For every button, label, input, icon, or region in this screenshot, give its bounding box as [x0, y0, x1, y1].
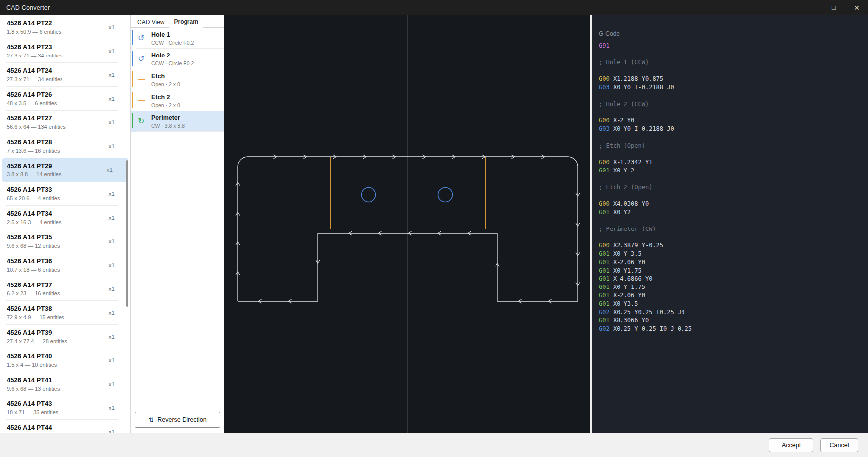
part-list-item[interactable]: 4526 A14 PT37 6.2 x 23 — 16 entities x1 — [0, 277, 130, 301]
part-qty: x1 — [109, 334, 115, 340]
part-qty: x1 — [109, 262, 115, 268]
part-list-item[interactable]: 4526 A14 PT28 7 x 13.6 — 16 entities x1 — [0, 134, 130, 158]
part-qty: x1 — [109, 96, 115, 102]
operation-meta: Open · 2 x 0 — [151, 81, 222, 88]
part-list-item[interactable]: 4526 A14 PT22 1.8 x 50.9 — 6 entities x1 — [0, 15, 130, 39]
part-list-item[interactable]: 4526 A14 PT43 18 x 71 — 35 entities x1 — [0, 396, 130, 420]
operation-direction-icon: ↺ — [138, 55, 144, 63]
part-name: 4526 A14 PT26 — [7, 90, 124, 99]
part-qty: x1 — [109, 143, 115, 149]
part-qty: x1 — [109, 119, 115, 125]
parts-sidebar: 4526 A14 PT22 1.8 x 50.9 — 6 entities x1… — [0, 15, 131, 433]
part-list-item[interactable]: 4526 A14 PT29 3.8 x 8.8 — 14 entities x1 — [2, 158, 128, 182]
reverse-direction-button[interactable]: ⇅ Reverse Direction — [135, 412, 220, 428]
part-list-item[interactable]: 4526 A14 PT24 27.3 x 71 — 34 entities x1 — [0, 63, 130, 87]
operation-item[interactable]: Etch Open · 2 x 0 — [131, 69, 224, 90]
maximize-button[interactable]: □ — [822, 0, 845, 15]
part-name: 4526 A14 PT43 — [7, 400, 124, 408]
operation-direction-icon: ↻ — [138, 117, 144, 125]
part-list-item[interactable]: 4526 A14 PT34 2.5 x 16.3 — 4 entities x1 — [0, 206, 130, 229]
title-bar: CAD Converter – □ ✕ — [0, 0, 868, 15]
part-meta: 65 x 20.6 — 4 entities — [7, 195, 124, 202]
part-name: 4526 A14 PT29 — [7, 162, 123, 170]
main-content: 4526 A14 PT22 1.8 x 50.9 — 6 entities x1… — [0, 15, 868, 433]
part-list-item[interactable]: 4526 A14 PT27 56.6 x 64 — 134 entities x… — [0, 111, 130, 134]
part-name: 4526 A14 PT39 — [7, 328, 124, 337]
parts-list: 4526 A14 PT22 1.8 x 50.9 — 6 entities x1… — [0, 15, 130, 433]
part-qty: x1 — [109, 429, 115, 433]
tab-program[interactable]: Program — [169, 16, 203, 28]
part-qty: x1 — [109, 48, 115, 54]
accept-button[interactable]: Accept — [769, 438, 813, 452]
operation-direction-icon — [138, 79, 145, 80]
part-list-item[interactable]: 4526 A14 PT35 9.6 x 68 — 12 entities x1 — [0, 229, 130, 253]
part-meta: 9.6 x 68 — 12 entities — [7, 242, 124, 250]
operation-meta: CW · 3.8 x 8.8 — [151, 122, 222, 129]
operation-color-bar — [132, 71, 133, 87]
view-tabs: CAD View Program — [131, 15, 224, 28]
part-qty: x1 — [109, 405, 115, 411]
part-list-item[interactable]: 4526 A14 PT39 27.4 x 77.4 — 28 entities … — [0, 325, 130, 348]
part-meta: 72.9 x 4.9 — 15 entities — [7, 314, 124, 321]
part-list-item[interactable]: 4526 A14 PT41 9.6 x 68 — 13 entities x1 — [0, 372, 130, 396]
operation-meta: CCW · Circle R0.2 — [151, 39, 222, 46]
part-list-item[interactable]: 4526 A14 PT44 x1 — [0, 420, 130, 433]
operation-color-bar — [132, 51, 133, 66]
hole-circle-2 — [438, 188, 453, 202]
operation-item[interactable]: ↻ Perimeter CW · 3.8 x 8.8 — [131, 111, 224, 132]
sidebar-scrollbar[interactable] — [126, 160, 128, 307]
tab-cad-view[interactable]: CAD View — [133, 17, 169, 28]
part-list-item[interactable]: 4526 A14 PT23 27.3 x 71 — 34 entities x1 — [0, 39, 130, 63]
part-meta: 1.8 x 50.9 — 6 entities — [7, 28, 124, 36]
reverse-arrows-icon: ⇅ — [148, 416, 154, 424]
hole-circle-1 — [362, 188, 376, 202]
cad-canvas[interactable] — [224, 15, 590, 433]
part-list-item[interactable]: 4526 A14 PT33 65 x 20.6 — 4 entities x1 — [0, 182, 130, 206]
part-qty: x1 — [107, 167, 113, 173]
part-list-item[interactable]: 4526 A14 PT40 1.5 x 4 — 10 entities x1 — [0, 348, 130, 372]
part-list-item[interactable]: 4526 A14 PT36 10.7 x 18 — 6 entities x1 — [0, 253, 130, 277]
part-list-item[interactable]: 4526 A14 PT38 72.9 x 4.9 — 15 entities x… — [0, 301, 130, 325]
part-name: 4526 A14 PT41 — [7, 376, 124, 384]
part-meta: 9.6 x 68 — 13 entities — [7, 385, 124, 393]
part-qty: x1 — [109, 191, 115, 197]
part-qty: x1 — [109, 381, 115, 387]
operation-color-bar — [132, 30, 133, 45]
part-meta: 27.3 x 71 — 34 entities — [7, 76, 124, 83]
app-window: CAD Converter – □ ✕ 4526 A14 PT22 1.8 x … — [0, 0, 868, 457]
minimize-button[interactable]: – — [800, 0, 822, 15]
cancel-button[interactable]: Cancel — [820, 438, 858, 452]
operation-meta: CCW · Circle R0.2 — [151, 60, 222, 67]
operation-item[interactable]: Etch 2 Open · 2 x 0 — [131, 90, 224, 111]
part-qty: x1 — [109, 24, 115, 30]
close-button[interactable]: ✕ — [845, 0, 868, 15]
gcode-panel: G-Code G91 ; Hole 1 (CCW) G00 X1.2188 Y0… — [592, 15, 868, 433]
reverse-direction-label: Reverse Direction — [157, 416, 206, 423]
part-list-item[interactable]: 4526 A14 PT26 48 x 3.5 — 6 entities x1 — [0, 87, 130, 111]
part-name: 4526 A14 PT28 — [7, 138, 124, 146]
part-name: 4526 A14 PT40 — [7, 352, 124, 360]
operation-color-bar — [132, 92, 133, 108]
part-qty: x1 — [109, 357, 115, 363]
part-meta: 27.3 x 71 — 34 entities — [7, 52, 124, 59]
part-meta: 56.6 x 64 — 134 entities — [7, 123, 124, 131]
gcode-title: G-Code — [599, 30, 868, 37]
operation-color-bar — [132, 113, 133, 128]
part-qty: x1 — [109, 72, 115, 78]
operation-name: Etch 2 — [151, 93, 222, 101]
window-title: CAD Converter — [0, 4, 50, 11]
operation-name: Hole 1 — [151, 31, 222, 39]
gcode-lines: G91 ; Hole 1 (CCW) G00 X1.2188 Y0.875G03… — [599, 42, 868, 333]
part-name: 4526 A14 PT38 — [7, 304, 124, 313]
operation-name: Etch — [151, 72, 222, 80]
operation-item[interactable]: ↺ Hole 1 CCW · Circle R0.2 — [131, 28, 224, 49]
part-meta: 6.2 x 23 — 16 entities — [7, 290, 124, 297]
part-qty: x1 — [109, 238, 115, 244]
part-name: 4526 A14 PT24 — [7, 66, 124, 75]
part-name: 4526 A14 PT22 — [7, 19, 124, 27]
operation-item[interactable]: ↺ Hole 2 CCW · Circle R0.2 — [131, 49, 224, 69]
part-name: 4526 A14 PT35 — [7, 233, 124, 241]
part-name: 4526 A14 PT36 — [7, 257, 124, 265]
footer-bar: Accept Cancel — [0, 433, 868, 457]
part-name: 4526 A14 PT37 — [7, 281, 124, 289]
